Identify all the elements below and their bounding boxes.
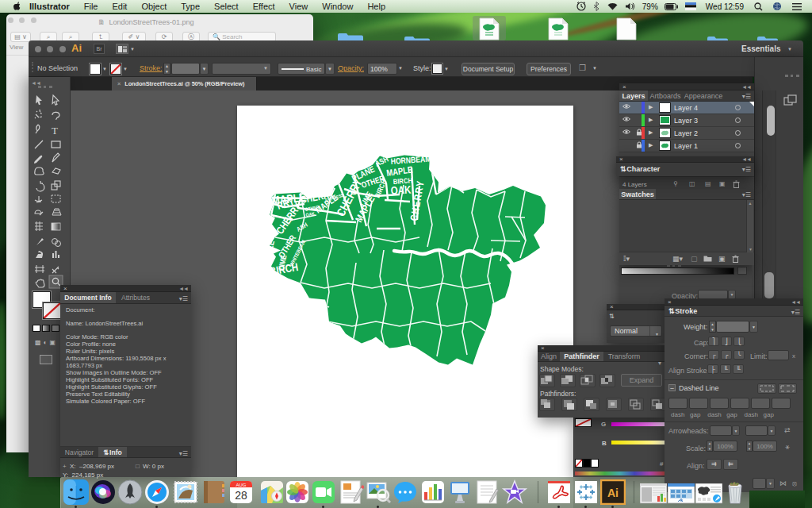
svg-text:28: 28 — [235, 489, 247, 502]
svg-text:AUG: AUG — [236, 483, 246, 487]
svg-text:T: T — [52, 125, 58, 137]
svg-text:OAK: OAK — [390, 183, 412, 198]
svg-text:Ai: Ai — [607, 487, 619, 499]
